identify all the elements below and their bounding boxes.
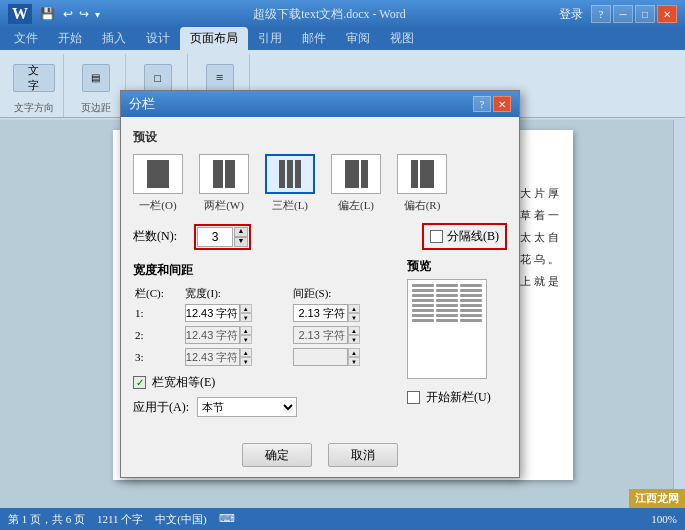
row1-spacing-spinner: ▲ ▼ — [348, 304, 360, 322]
row3-width-down[interactable]: ▼ — [240, 357, 252, 366]
col-icon-two — [213, 160, 235, 188]
quick-save[interactable]: 💾 — [40, 7, 55, 22]
preset-right[interactable]: 偏右(R) — [397, 154, 447, 213]
tab-insert[interactable]: 插入 — [92, 27, 136, 50]
new-col-checkbox[interactable] — [407, 391, 420, 404]
row1-spacing: ▲ ▼ — [291, 302, 399, 324]
columns-separator-row: 栏数(N): ▲ ▼ 分隔线(B) — [133, 223, 507, 250]
row2-width-up[interactable]: ▲ — [240, 326, 252, 335]
row2-width-input[interactable] — [185, 326, 240, 344]
maximize-button[interactable]: □ — [635, 5, 655, 23]
dialog-title-text: 分栏 — [129, 95, 473, 113]
dialog-controls: ? ✕ — [473, 96, 511, 112]
row1-width-down[interactable]: ▼ — [240, 313, 252, 322]
tab-start[interactable]: 开始 — [48, 27, 92, 50]
preset-two[interactable]: 两栏(W) — [199, 154, 249, 213]
col-spacing-header: 间距(S): — [291, 285, 399, 302]
status-page: 第 1 页，共 6 页 — [8, 512, 85, 527]
row2-width-down[interactable]: ▼ — [240, 335, 252, 344]
dialog-help-button[interactable]: ? — [473, 96, 491, 112]
tab-page-layout[interactable]: 页面布局 — [180, 27, 248, 50]
title-bar: W 💾 ↩ ↪ ▾ 超级下载text文档.docx - Word 登录 ? ─ … — [0, 0, 685, 28]
apply-to-label: 应用于(A): — [133, 399, 189, 416]
row2-num: 2: — [133, 324, 183, 346]
columns-count-group: 栏数(N): ▲ ▼ — [133, 224, 251, 250]
columns-input[interactable] — [197, 227, 233, 247]
row1-spacing-input[interactable] — [293, 304, 348, 322]
row2-spacing-down[interactable]: ▼ — [348, 335, 360, 344]
col-bar — [420, 160, 434, 188]
row1-spacing-down[interactable]: ▼ — [348, 313, 360, 322]
row1-num: 1: — [133, 302, 183, 324]
row2-spacing-spinner: ▲ ▼ — [348, 326, 360, 344]
margins-icon[interactable]: ▤ — [82, 64, 110, 92]
tab-file[interactable]: 文件 — [4, 27, 48, 50]
width-row-2: 2: ▲ ▼ — [133, 324, 399, 346]
minimize-button[interactable]: ─ — [613, 5, 633, 23]
row1-width-up[interactable]: ▲ — [240, 304, 252, 313]
preset-three-label: 三栏(L) — [272, 198, 308, 213]
title-bar-left: W 💾 ↩ ↪ ▾ — [8, 4, 100, 24]
quick-redo[interactable]: ↪ — [79, 7, 89, 22]
columns-down[interactable]: ▼ — [234, 237, 248, 247]
watermark: 江西龙网 — [629, 489, 685, 508]
columns-up[interactable]: ▲ — [234, 227, 248, 237]
status-bar: 第 1 页，共 6 页 1211 个字 中文(中国) ⌨ 100% — [0, 508, 685, 530]
dialog-title-bar: 分栏 ? ✕ — [121, 91, 519, 117]
col-icon-one — [147, 160, 169, 188]
col-bar — [147, 160, 169, 188]
status-words: 1211 个字 — [97, 512, 143, 527]
row3-spacing-input[interactable] — [293, 348, 348, 366]
row3-spacing-spinner: ▲ ▼ — [348, 348, 360, 366]
login-link[interactable]: 登录 — [559, 6, 583, 23]
tab-mail[interactable]: 邮件 — [292, 27, 336, 50]
row3-spacing: ▲ ▼ — [291, 346, 399, 368]
text-direction-icon[interactable]: 文字 — [13, 64, 55, 92]
main-content-row: 宽度和间距 栏(C): 宽度(I): 间距(S): 1: — [133, 258, 507, 423]
preview-col-2 — [436, 284, 458, 374]
apply-to-select[interactable]: 本节 整篇文档 插入点之后 — [197, 397, 297, 417]
equal-columns-label: 栏宽相等(E) — [152, 374, 215, 391]
row2-spacing-up[interactable]: ▲ — [348, 326, 360, 335]
tab-view[interactable]: 视图 — [380, 27, 424, 50]
row3-spacing-up[interactable]: ▲ — [348, 348, 360, 357]
dialog-close-button[interactable]: ✕ — [493, 96, 511, 112]
paper-icon[interactable]: □ — [144, 64, 172, 92]
help-button[interactable]: ? — [591, 5, 611, 23]
row3-width-up[interactable]: ▲ — [240, 348, 252, 357]
preset-left[interactable]: 偏左(L) — [331, 154, 381, 213]
separator-checkbox[interactable] — [430, 230, 443, 243]
col-bar — [361, 160, 368, 188]
row1-width-input[interactable] — [185, 304, 240, 322]
columns-label: 栏数(N): — [133, 228, 188, 245]
scroll-bar-right[interactable] — [673, 120, 685, 508]
preset-one[interactable]: 一栏(O) — [133, 154, 183, 213]
col-bar — [225, 160, 235, 188]
col-icon-right — [411, 160, 434, 188]
col-bar — [287, 160, 293, 188]
row3-num: 3: — [133, 346, 183, 368]
row1-spacing-up[interactable]: ▲ — [348, 304, 360, 313]
row3-spacing-down[interactable]: ▼ — [348, 357, 360, 366]
row2-spacing-input[interactable] — [293, 326, 348, 344]
row3-width-input[interactable] — [185, 348, 240, 366]
col-icon-left — [345, 160, 368, 188]
preview-col-1 — [412, 284, 434, 374]
quick-undo[interactable]: ↩ — [63, 7, 73, 22]
row1-width: ▲ ▼ — [183, 302, 291, 324]
ribbon-tabs: 文件 开始 插入 设计 页面布局 引用 邮件 审阅 视图 — [0, 28, 685, 50]
tab-design[interactable]: 设计 — [136, 27, 180, 50]
preset-three[interactable]: 三栏(L) — [265, 154, 315, 213]
col-icon-three — [279, 160, 301, 188]
row2-width-spinner: ▲ ▼ — [240, 326, 252, 344]
tab-review[interactable]: 审阅 — [336, 27, 380, 50]
preset-one-icon — [133, 154, 183, 194]
cancel-button[interactable]: 取消 — [328, 443, 398, 467]
columns-input-box: ▲ ▼ — [194, 224, 251, 250]
equal-columns-checkbox[interactable]: ✓ — [133, 376, 146, 389]
row2-spacing: ▲ ▼ — [291, 324, 399, 346]
columns-icon[interactable]: ≡ — [206, 64, 234, 92]
confirm-button[interactable]: 确定 — [242, 443, 312, 467]
tab-references[interactable]: 引用 — [248, 27, 292, 50]
close-button[interactable]: ✕ — [657, 5, 677, 23]
